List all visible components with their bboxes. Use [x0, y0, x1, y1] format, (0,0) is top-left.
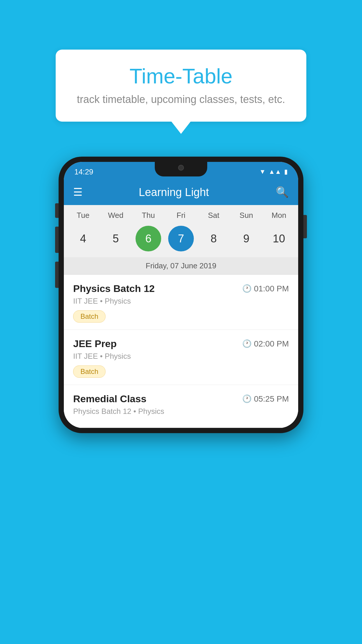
- phone-frame: 14:29 ▼ ▲▲ ▮ ☰ Learning Light 🔍 Tue Wed …: [59, 157, 303, 433]
- hamburger-icon[interactable]: ☰: [73, 187, 82, 197]
- schedule-item-0[interactable]: Physics Batch 12 🕐 01:00 PM IIT JEE • Ph…: [64, 275, 298, 330]
- signal-icon: ▲▲: [268, 168, 281, 176]
- wifi-icon: ▼: [259, 168, 266, 176]
- day-label-fri: Fri: [168, 211, 194, 220]
- schedule-item-1[interactable]: JEE Prep 🕐 02:00 PM IIT JEE • Physics Ba…: [64, 330, 298, 385]
- schedule-item-1-time-text: 02:00 PM: [254, 339, 289, 349]
- schedule-item-2-subtitle: Physics Batch 12 • Physics: [73, 407, 289, 416]
- phone-wrapper: 14:29 ▼ ▲▲ ▮ ☰ Learning Light 🔍 Tue Wed …: [59, 157, 303, 433]
- schedule-list: Physics Batch 12 🕐 01:00 PM IIT JEE • Ph…: [64, 275, 298, 428]
- calendar-days-row: Tue Wed Thu Fri Sat Sun Mon: [64, 205, 298, 223]
- schedule-item-0-subtitle: IIT JEE • Physics: [73, 297, 289, 306]
- day-label-sat: Sat: [201, 211, 226, 220]
- date-4[interactable]: 4: [70, 226, 96, 251]
- schedule-item-0-time-text: 01:00 PM: [254, 284, 289, 293]
- volume-up-button: [55, 203, 59, 218]
- calendar-dates-row: 4 5 6 7 8 9 10: [64, 223, 298, 257]
- search-icon[interactable]: 🔍: [276, 186, 289, 198]
- power-button: [303, 215, 307, 238]
- schedule-item-0-title: Physics Batch 12: [73, 283, 155, 294]
- speech-bubble: Time-Table track timetable, upcoming cla…: [56, 50, 306, 122]
- volume-down-button: [55, 227, 59, 253]
- clock-icon-1: 🕐: [242, 339, 252, 348]
- bubble-subtitle: track timetable, upcoming classes, tests…: [73, 93, 289, 106]
- schedule-item-0-header: Physics Batch 12 🕐 01:00 PM: [73, 283, 289, 294]
- batch-tag-0: Batch: [73, 310, 106, 323]
- schedule-item-1-header: JEE Prep 🕐 02:00 PM: [73, 338, 289, 349]
- schedule-item-1-title: JEE Prep: [73, 338, 117, 349]
- date-6-today[interactable]: 6: [136, 226, 161, 251]
- app-bar: ☰ Learning Light 🔍: [64, 179, 298, 205]
- clock-icon-2: 🕐: [242, 394, 252, 403]
- clock-icon-0: 🕐: [242, 284, 252, 293]
- schedule-item-2-time-text: 05:25 PM: [254, 394, 289, 404]
- schedule-item-2-time: 🕐 05:25 PM: [242, 394, 289, 404]
- status-icons: ▼ ▲▲ ▮: [259, 168, 288, 176]
- selected-date-label: Friday, 07 June 2019: [64, 257, 298, 275]
- schedule-item-2-header: Remedial Class 🕐 05:25 PM: [73, 393, 289, 405]
- phone-screen: 14:29 ▼ ▲▲ ▮ ☰ Learning Light 🔍 Tue Wed …: [64, 162, 298, 428]
- date-8[interactable]: 8: [201, 226, 226, 251]
- camera-dot: [178, 165, 184, 171]
- battery-icon: ▮: [284, 168, 288, 176]
- status-time: 14:29: [74, 167, 93, 176]
- schedule-item-2[interactable]: Remedial Class 🕐 05:25 PM Physics Batch …: [64, 385, 298, 428]
- day-label-wed: Wed: [103, 211, 129, 220]
- day-label-sun: Sun: [233, 211, 259, 220]
- schedule-item-1-time: 🕐 02:00 PM: [242, 339, 289, 349]
- schedule-item-1-subtitle: IIT JEE • Physics: [73, 352, 289, 361]
- app-title: Learning Light: [91, 186, 257, 199]
- date-7-selected[interactable]: 7: [168, 226, 194, 251]
- day-label-tue: Tue: [70, 211, 96, 220]
- schedule-item-0-time: 🕐 01:00 PM: [242, 284, 289, 293]
- date-10[interactable]: 10: [266, 226, 292, 251]
- date-5[interactable]: 5: [103, 226, 129, 251]
- day-label-thu: Thu: [136, 211, 161, 220]
- day-label-mon: Mon: [266, 211, 292, 220]
- bubble-title: Time-Table: [73, 64, 289, 88]
- batch-tag-1: Batch: [73, 365, 106, 378]
- schedule-item-2-title: Remedial Class: [73, 393, 146, 405]
- status-bar: 14:29 ▼ ▲▲ ▮: [64, 162, 298, 179]
- date-9[interactable]: 9: [233, 226, 259, 251]
- silent-button: [55, 262, 59, 288]
